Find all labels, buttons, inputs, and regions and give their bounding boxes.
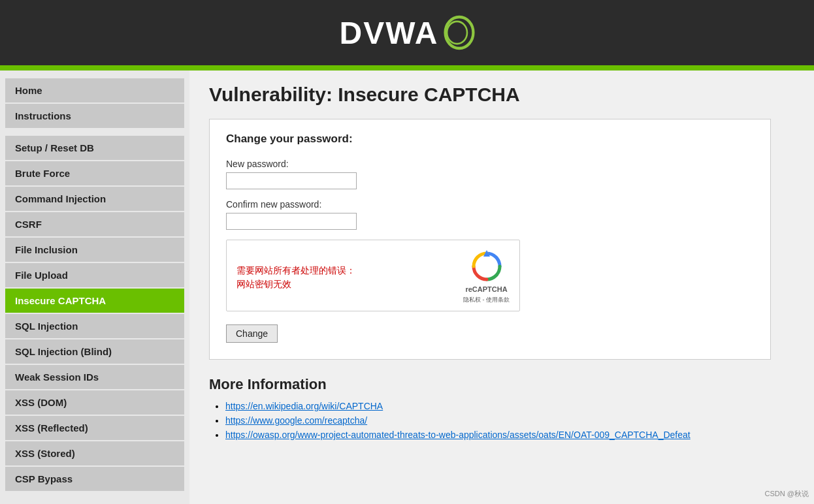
confirm-password-label: Confirm new password: xyxy=(226,199,754,210)
more-info-title: More Information xyxy=(209,376,794,393)
more-info-link[interactable]: https://www.google.com/recaptcha/ xyxy=(225,415,367,426)
sidebar-item-xss-reflected[interactable]: XSS (Reflected) xyxy=(5,416,184,440)
sidebar-item-sql-injection[interactable]: SQL Injection xyxy=(5,314,184,338)
recaptcha-label: reCAPTCHA xyxy=(465,285,507,293)
change-button[interactable]: Change xyxy=(226,324,278,343)
sidebar-item-weak-session-ids[interactable]: Weak Session IDs xyxy=(5,365,184,389)
watermark: CSDN @秋说 xyxy=(765,489,809,499)
more-info-list: https://en.wikipedia.org/wiki/CAPTCHAhtt… xyxy=(209,401,794,440)
recaptcha-icon xyxy=(470,250,503,283)
form-container: Change your password: New password: Conf… xyxy=(209,119,771,360)
list-item: https://owasp.org/www-project-automated-… xyxy=(225,430,794,440)
sidebar-item-xss-dom[interactable]: XSS (DOM) xyxy=(5,390,184,415)
form-title: Change your password: xyxy=(226,133,754,146)
sidebar-item-file-upload[interactable]: File Upload xyxy=(5,263,184,287)
new-password-label: New password: xyxy=(226,159,754,169)
confirm-password-group: Confirm new password: xyxy=(226,199,754,230)
new-password-group: New password: xyxy=(226,159,754,189)
confirm-password-input[interactable] xyxy=(226,213,357,230)
captcha-error: 需要网站所有者处理的错误： 网站密钥无效 xyxy=(236,264,355,291)
captcha-error-line1: 需要网站所有者处理的错误： xyxy=(236,265,355,276)
sidebar: HomeInstructionsSetup / Reset DBBrute Fo… xyxy=(0,71,189,504)
sidebar-item-sql-injection-blind[interactable]: SQL Injection (Blind) xyxy=(5,339,184,364)
sidebar-item-brute-force[interactable]: Brute Force xyxy=(5,161,184,185)
svg-point-1 xyxy=(447,22,467,44)
list-item: https://www.google.com/recaptcha/ xyxy=(225,415,794,426)
layout: HomeInstructionsSetup / Reset DBBrute Fo… xyxy=(0,71,814,504)
header: DVWA xyxy=(0,0,814,65)
sidebar-item-file-inclusion[interactable]: File Inclusion xyxy=(5,238,184,262)
new-password-input[interactable] xyxy=(226,172,357,189)
logo-swoosh-icon xyxy=(436,13,475,52)
sidebar-item-instructions[interactable]: Instructions xyxy=(5,104,184,128)
green-bar xyxy=(0,65,814,71)
captcha-error-line2: 网站密钥无效 xyxy=(236,279,291,289)
sidebar-gap xyxy=(0,129,189,134)
sidebar-item-insecure-captcha[interactable]: Insecure CAPTCHA xyxy=(5,289,184,313)
more-info-link[interactable]: https://owasp.org/www-project-automated-… xyxy=(225,430,691,440)
sidebar-item-xss-stored[interactable]: XSS (Stored) xyxy=(5,441,184,465)
recaptcha-logo-area: reCAPTCHA 隐私权 - 使用条款 xyxy=(463,250,510,304)
sidebar-item-command-injection[interactable]: Command Injection xyxy=(5,187,184,211)
more-info-section: More Information https://en.wikipedia.or… xyxy=(209,376,794,440)
sidebar-item-csp-bypass[interactable]: CSP Bypass xyxy=(5,467,184,491)
sidebar-item-csrf[interactable]: CSRF xyxy=(5,212,184,236)
main-content: Vulnerability: Insecure CAPTCHA Change y… xyxy=(189,71,814,504)
page-title: Vulnerability: Insecure CAPTCHA xyxy=(209,84,794,106)
logo-text: DVWA xyxy=(340,15,439,51)
list-item: https://en.wikipedia.org/wiki/CAPTCHA xyxy=(225,401,794,411)
more-info-link[interactable]: https://en.wikipedia.org/wiki/CAPTCHA xyxy=(225,401,383,411)
sidebar-item-home[interactable]: Home xyxy=(5,78,184,102)
captcha-box: 需要网站所有者处理的错误： 网站密钥无效 reCAPTCHA 隐私权 - 使用条… xyxy=(226,240,520,311)
sidebar-item-setup-reset-db[interactable]: Setup / Reset DB xyxy=(5,136,184,160)
logo-container: DVWA xyxy=(340,13,475,52)
recaptcha-links: 隐私权 - 使用条款 xyxy=(463,296,510,304)
